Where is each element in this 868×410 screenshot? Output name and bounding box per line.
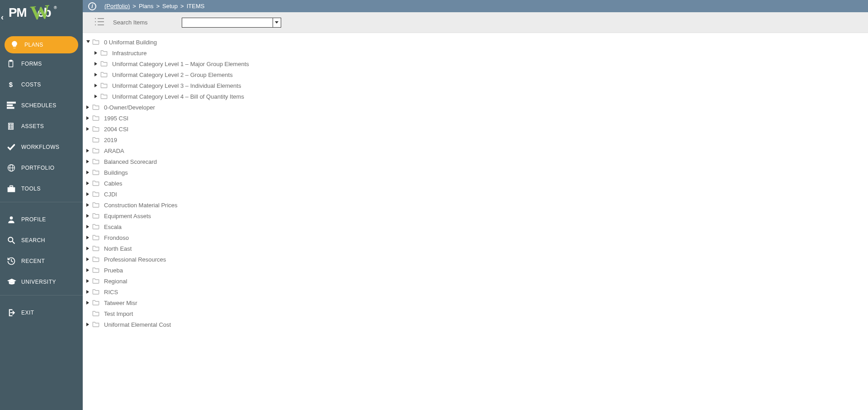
expand-icon[interactable] <box>85 127 91 131</box>
expand-icon[interactable] <box>85 192 91 196</box>
svg-marker-23 <box>7 279 16 283</box>
tree-node[interactable]: Buildings <box>83 167 868 178</box>
tree-node[interactable]: Test Import <box>83 308 868 319</box>
nav-item-forms[interactable]: FORMS <box>0 53 83 74</box>
logo[interactable]: ‹ PMWeb W ® <box>0 0 83 25</box>
expand-icon[interactable] <box>94 73 99 76</box>
tree-node[interactable]: 2004 CSI <box>83 124 868 134</box>
folder-icon <box>92 212 99 220</box>
tree-node-label: Frondoso <box>104 234 129 241</box>
tree-node[interactable]: Frondoso <box>83 232 868 243</box>
tree-node-label: 2019 <box>104 137 117 143</box>
tree-node[interactable]: Uniformat Category Level 1 – Major Group… <box>83 58 868 69</box>
tree-node[interactable]: Tatweer Misr <box>83 297 868 308</box>
expand-icon[interactable] <box>85 301 91 305</box>
nav-label: SEARCH <box>21 237 45 243</box>
svg-marker-34 <box>94 73 97 76</box>
nav-item-schedules[interactable]: SCHEDULES <box>0 95 83 116</box>
search-dropdown-button[interactable] <box>273 18 281 27</box>
svg-marker-53 <box>86 290 89 294</box>
tree-node[interactable]: Professional Resources <box>83 254 868 265</box>
nav-item-assets[interactable]: ASSETS <box>0 116 83 137</box>
back-chevron-icon[interactable]: ‹ <box>1 13 4 22</box>
breadcrumb-part-setup[interactable]: Setup <box>162 3 178 10</box>
svg-point-24 <box>95 18 96 19</box>
expand-icon[interactable] <box>85 323 91 326</box>
svg-rect-4 <box>7 105 13 106</box>
expand-icon[interactable] <box>85 225 91 229</box>
tree-node[interactable]: Balanced Scorecard <box>83 156 868 167</box>
list-numbered-icon[interactable] <box>94 17 104 28</box>
expand-icon[interactable] <box>85 279 91 283</box>
tree-node[interactable]: Prueba <box>83 265 868 276</box>
items-tree: 0 Uniformat BuildingInfrastructureUnifor… <box>83 33 868 330</box>
breadcrumb-part-items: ITEMS <box>187 3 205 10</box>
tree-node[interactable]: RICS <box>83 286 868 297</box>
tree-node-label: Professional Resources <box>104 256 166 263</box>
folder-icon <box>92 256 99 263</box>
nav-item-plans[interactable]: PLANS <box>5 36 78 53</box>
tree-node[interactable]: 0-Owner/Developer <box>83 102 868 113</box>
svg-marker-46 <box>86 214 89 218</box>
expand-icon[interactable] <box>85 268 91 272</box>
expand-icon[interactable] <box>94 95 99 98</box>
tree-node[interactable]: Escala <box>83 221 868 232</box>
svg-text:$: $ <box>9 81 13 88</box>
nav-item-portfolio[interactable]: PORTFOLIO <box>0 157 83 178</box>
tree-node[interactable]: Uniformat Category Level 3 – Individual … <box>83 80 868 91</box>
expand-icon[interactable] <box>94 84 99 87</box>
breadcrumb-part-plans[interactable]: Plans <box>139 3 154 10</box>
tree-node[interactable]: CJDI <box>83 189 868 200</box>
nav-label: EXIT <box>21 310 34 316</box>
tree-node[interactable]: Infrastructure <box>83 48 868 58</box>
collapse-icon[interactable] <box>85 40 91 44</box>
svg-rect-18 <box>8 187 15 192</box>
svg-marker-52 <box>86 279 89 283</box>
expand-icon[interactable] <box>85 290 91 294</box>
expand-icon[interactable] <box>85 247 91 250</box>
nav-item-exit[interactable]: EXIT <box>0 302 83 323</box>
nav-label: PLANS <box>24 42 43 48</box>
tree-node[interactable]: North East <box>83 243 868 254</box>
folder-icon <box>92 104 99 111</box>
tree-node[interactable]: 2019 <box>83 134 868 145</box>
nav-item-tools[interactable]: TOOLS <box>0 178 83 199</box>
search-input[interactable] <box>182 18 273 27</box>
nav-item-recent[interactable]: RECENT <box>0 251 83 272</box>
info-icon[interactable]: i <box>88 2 96 10</box>
nav-item-workflows[interactable]: WORKFLOWS <box>0 137 83 157</box>
expand-icon[interactable] <box>85 236 91 239</box>
nav-item-profile[interactable]: PROFILE <box>0 209 83 230</box>
expand-icon[interactable] <box>85 257 91 261</box>
tree-node[interactable]: Uniformat Category Level 2 – Group Eleme… <box>83 69 868 80</box>
expand-icon[interactable] <box>85 171 91 174</box>
expand-icon[interactable] <box>85 116 91 120</box>
tree-node[interactable]: 0 Uniformat Building <box>83 37 868 48</box>
expand-icon[interactable] <box>94 51 99 55</box>
expand-icon[interactable] <box>94 62 99 66</box>
nav-item-search[interactable]: SEARCH <box>0 230 83 251</box>
tree-node[interactable]: Equipment Assets <box>83 210 868 221</box>
expand-icon[interactable] <box>85 203 91 207</box>
expand-icon[interactable] <box>85 214 91 218</box>
expand-icon[interactable] <box>85 105 91 109</box>
tree-node-label: Uniformat Category Level 1 – Major Group… <box>112 61 249 67</box>
nav-label: SCHEDULES <box>21 102 57 109</box>
tree-node[interactable]: Construction Material Prices <box>83 200 868 210</box>
nav-item-university[interactable]: UNIVERSITY <box>0 272 83 292</box>
tree-node[interactable]: Uniformat Elemental Cost <box>83 319 868 330</box>
tree-node[interactable]: Cables <box>83 178 868 189</box>
expand-icon[interactable] <box>85 160 91 163</box>
tree-node[interactable]: ARADA <box>83 145 868 156</box>
nav-label: WORKFLOWS <box>21 144 60 150</box>
search-combo[interactable] <box>182 18 281 28</box>
folder-icon <box>100 49 108 57</box>
nav-item-costs[interactable]: $COSTS <box>0 74 83 95</box>
expand-icon[interactable] <box>85 181 91 185</box>
breadcrumb-link-portfolio[interactable]: (Portfolio) <box>104 3 130 10</box>
expand-icon[interactable] <box>85 149 91 153</box>
tree-node[interactable]: Regional <box>83 276 868 286</box>
tree-node[interactable]: Uniformat Category Level 4 – Bill of Qua… <box>83 91 868 102</box>
tree-node[interactable]: 1995 CSI <box>83 113 868 124</box>
tree-node-label: CJDI <box>104 191 117 198</box>
